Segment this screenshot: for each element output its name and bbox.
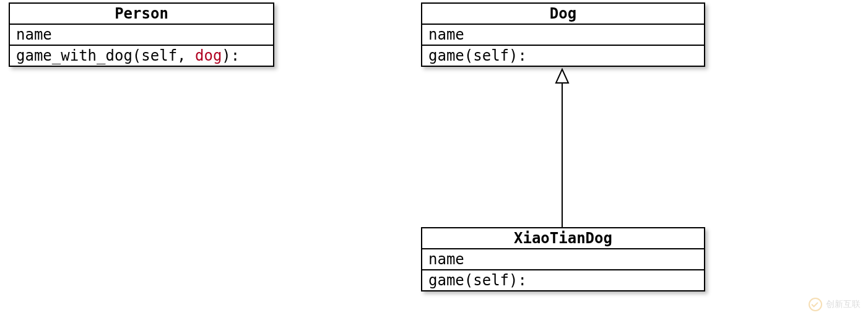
inheritance-arrow — [0, 0, 868, 315]
svg-marker-1 — [556, 69, 568, 83]
